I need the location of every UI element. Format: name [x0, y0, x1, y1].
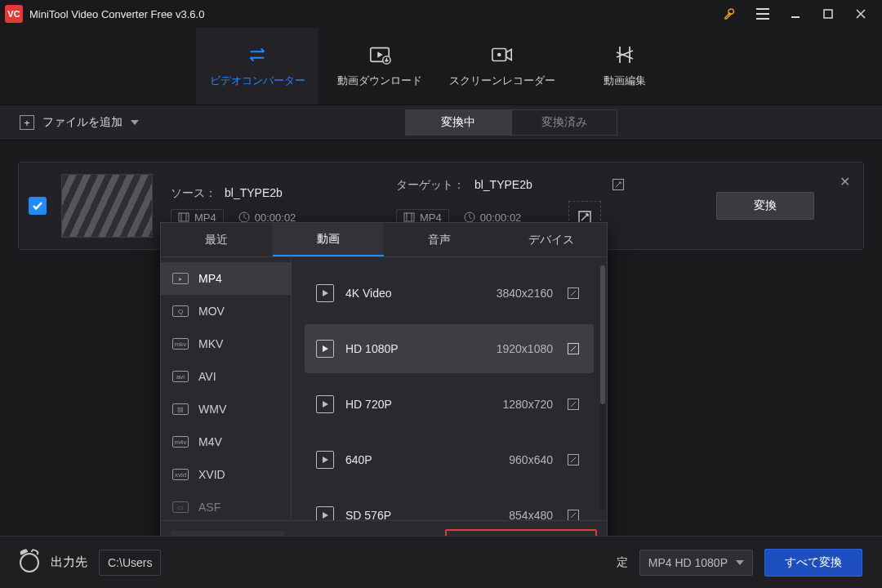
edit-icon	[613, 44, 636, 65]
format-xvid[interactable]: xvidXVID	[161, 458, 291, 491]
format-label: M4V	[198, 435, 222, 448]
convert-all-button[interactable]: すべて変換	[764, 549, 862, 577]
output-path-field[interactable]: C:\Users	[99, 550, 161, 576]
resolution-dim: 3840x2160	[479, 287, 553, 300]
edit-preset-icon[interactable]	[564, 453, 582, 466]
chevron-down-icon	[131, 120, 139, 125]
resolution-dim: 1280x720	[479, 398, 553, 411]
chevron-down-icon	[736, 560, 744, 565]
format-icon: ▭	[172, 501, 189, 513]
resolution-720p[interactable]: HD 720P 1280x720	[305, 380, 594, 429]
converter-icon	[246, 44, 269, 65]
recorder-icon	[491, 44, 514, 65]
format-label: MP4	[198, 272, 222, 285]
close-icon[interactable]	[844, 0, 877, 28]
resolution-name: 4K Video	[345, 287, 468, 300]
maximize-icon[interactable]	[812, 0, 844, 28]
format-m4v[interactable]: m4vM4V	[161, 425, 291, 458]
video-file-icon	[316, 340, 334, 358]
resolution-dim: 960x640	[479, 453, 553, 466]
clock-icon	[238, 212, 250, 223]
svg-rect-0	[824, 10, 832, 18]
format-label: AVI	[198, 370, 216, 383]
format-label: MOV	[198, 305, 225, 318]
resolution-dim: 854x480	[479, 509, 553, 520]
target-label: ターゲット：	[396, 178, 465, 191]
tab-converting[interactable]: 変換中	[405, 109, 511, 136]
app-title: MiniTool Video Converter Free v3.6.0	[29, 8, 204, 20]
tab-download[interactable]: 動画ダウンロード	[318, 28, 441, 105]
video-file-icon	[316, 451, 334, 469]
video-file-icon	[316, 506, 334, 520]
item-thumbnail	[61, 174, 153, 238]
tab-edit[interactable]: 動画編集	[564, 28, 686, 105]
format-icon: ▤	[172, 403, 189, 415]
resolution-name: 640P	[345, 453, 468, 466]
format-icon: m4v	[172, 436, 189, 448]
convert-button[interactable]: 変換	[716, 192, 814, 220]
resolution-pane: 4K Video 3840x2160 HD 1080P 1920x1080 HD…	[292, 257, 607, 520]
film-icon	[403, 212, 415, 222]
add-file-button[interactable]: + ファイルを追加	[20, 115, 139, 130]
minimize-icon[interactable]	[779, 0, 812, 28]
format-icon: ▸	[172, 273, 189, 284]
edit-preset-icon[interactable]	[564, 287, 582, 300]
clock-icon	[464, 212, 475, 223]
scrollbar-thumb[interactable]	[600, 265, 605, 404]
format-avi[interactable]: aviAVI	[161, 360, 291, 393]
plus-box-icon: +	[20, 115, 34, 130]
format-popup: 最近 動画 音声 デバイス ▸MP4 QMOV mkvMKV aviAVI ▤W…	[160, 222, 608, 565]
svg-rect-5	[179, 213, 189, 221]
format-mov[interactable]: QMOV	[161, 295, 291, 327]
resolution-4k[interactable]: 4K Video 3840x2160	[305, 269, 594, 318]
edit-target-icon[interactable]	[612, 178, 625, 193]
edit-preset-icon[interactable]	[564, 398, 582, 411]
source-filename: bl_TYPE2b	[225, 186, 283, 201]
main-tabs: ビデオコンバーター 動画ダウンロード スクリーンレコーダー 動画編集	[0, 28, 882, 105]
toolbar: + ファイルを追加 変換中 変換済み	[0, 105, 882, 140]
edit-preset-icon[interactable]	[564, 509, 582, 520]
format-icon: xvid	[172, 469, 189, 480]
download-icon	[368, 44, 391, 65]
popup-tab-device[interactable]: デバイス	[496, 223, 608, 256]
resolution-640p[interactable]: 640P 960x640	[305, 435, 594, 484]
resolution-576p[interactable]: SD 576P 854x480	[305, 491, 594, 520]
source-label: ソース：	[171, 186, 216, 201]
resolution-name: HD 1080P	[345, 342, 468, 355]
format-asf[interactable]: ▭ASF	[161, 491, 291, 520]
tab-label: スクリーンレコーダー	[449, 74, 555, 88]
format-label: XVID	[198, 468, 225, 481]
tab-recorder[interactable]: スクリーンレコーダー	[441, 28, 564, 105]
tab-converted[interactable]: 変換済み	[511, 109, 617, 136]
bottom-bar: 出力先 C:\Users 定 MP4 HD 1080P すべて変換	[0, 536, 882, 588]
tab-converter[interactable]: ビデオコンバーター	[196, 28, 318, 105]
target-filename: bl_TYPE2b	[474, 178, 532, 191]
output-label: 出力先	[51, 555, 87, 570]
tab-label: 動画編集	[604, 74, 646, 88]
target-setting-trunc: 定	[617, 555, 628, 570]
popup-tab-recent[interactable]: 最近	[161, 223, 273, 256]
format-icon: avi	[172, 371, 189, 382]
popup-tab-video[interactable]: 動画	[273, 223, 385, 256]
format-mp4[interactable]: ▸MP4	[161, 262, 291, 295]
title-bar: VC MiniTool Video Converter Free v3.6.0	[0, 0, 882, 28]
svg-rect-8	[404, 213, 414, 221]
format-mkv[interactable]: mkvMKV	[161, 327, 291, 360]
edit-preset-icon[interactable]	[564, 342, 582, 355]
menu-icon[interactable]	[746, 0, 779, 28]
popup-tab-audio[interactable]: 音声	[384, 223, 496, 256]
preset-dropdown[interactable]: MP4 HD 1080P	[639, 550, 753, 576]
format-wmv[interactable]: ▤WMV	[161, 393, 291, 425]
preset-value: MP4 HD 1080P	[648, 556, 728, 569]
tab-label: 動画ダウンロード	[337, 74, 422, 88]
add-file-label: ファイルを追加	[42, 115, 122, 130]
premium-key-icon[interactable]	[714, 0, 746, 28]
item-checkbox[interactable]	[29, 197, 47, 215]
resolution-name: HD 720P	[345, 398, 468, 411]
resolution-name: SD 576P	[345, 509, 468, 520]
film-icon	[178, 212, 189, 222]
remove-item-icon[interactable]: ✕	[840, 174, 850, 189]
resolution-1080p[interactable]: HD 1080P 1920x1080	[305, 324, 594, 373]
format-icon: Q	[172, 305, 189, 317]
alarm-clock-icon[interactable]	[20, 553, 39, 572]
